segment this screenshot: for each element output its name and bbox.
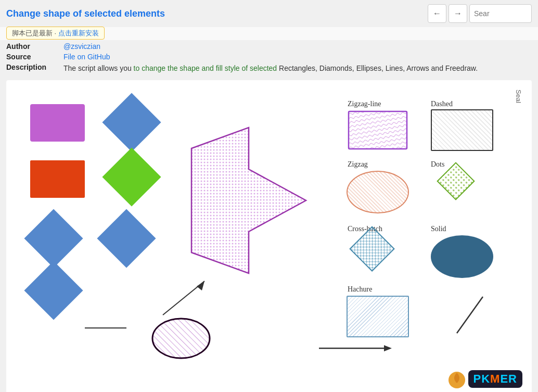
arrow-horizontal [316, 343, 394, 354]
description-text: The script allows you to change the shap… [63, 63, 532, 74]
shape-blue-diamond-1 [102, 93, 161, 151]
svg-rect-6 [349, 111, 407, 149]
shape-blue-diamond-3 [97, 209, 156, 268]
pkmer-text-bg: PKMER [468, 370, 522, 388]
dashed-label: Dashed [431, 100, 453, 108]
author-value: @zsviczian [63, 42, 532, 50]
reinstall-notice: 脚本已是最新 · 点击重新安装 [6, 27, 105, 40]
shape-large-arrow [181, 117, 316, 284]
svg-marker-14 [384, 345, 392, 351]
shape-orange-rect [30, 160, 85, 198]
top-bar: Change shape of selected elements ← → [0, 0, 538, 27]
description-label: Description [6, 63, 63, 74]
search-input[interactable] [469, 4, 532, 23]
source-label: Source [6, 53, 63, 61]
zigzag-shape [347, 171, 409, 213]
zigzag-line-label: Zigzag-line [348, 100, 381, 108]
svg-line-12 [457, 297, 483, 333]
pkmer-text: PKMER [473, 372, 517, 386]
shape-blue-diamond-4 [24, 261, 83, 320]
solid-label: Solid [431, 225, 446, 233]
nav-controls: ← → [428, 4, 532, 23]
back-button[interactable]: ← [428, 4, 446, 23]
page-title: Change shape of selected elements [6, 8, 165, 19]
shape-blue-diamond-2 [24, 209, 83, 268]
solid-shape [431, 235, 493, 278]
source-link[interactable]: File on GitHub [63, 53, 110, 61]
svg-point-3 [152, 319, 210, 358]
zigzag-line-shape [347, 109, 409, 151]
dashed-shape [431, 109, 493, 151]
pkmer-logo: PKMER [446, 369, 522, 389]
shape-green-diamond [102, 147, 161, 206]
hachure-shape [347, 296, 409, 337]
preview-image: Zigzag-line Dashed Zigzag Dots [15, 88, 523, 390]
crosshatch-shape [345, 233, 405, 285]
dots-shape [430, 166, 482, 218]
source-value: File on GitHub [63, 53, 532, 61]
hachure-label: Hachure [348, 285, 372, 294]
line-diagonal-right [452, 294, 488, 336]
svg-rect-8 [438, 163, 475, 200]
author-label: Author [6, 42, 63, 50]
svg-rect-11 [350, 227, 394, 271]
zigzag-label: Zigzag [348, 160, 368, 169]
author-link[interactable]: @zsviczian [63, 42, 100, 50]
notice-bar: 脚本已是最新 · 点击重新安装 [0, 27, 538, 40]
content-area: Zigzag-line Dashed Zigzag Dots [6, 80, 532, 392]
meta-section: Author @zsviczian Source File on GitHub … [0, 40, 538, 76]
seal-text: Seal [515, 90, 522, 103]
shape-blob-purple [147, 312, 215, 362]
forward-button[interactable]: → [449, 4, 467, 23]
reinstall-link[interactable]: 点击重新安装 [58, 29, 99, 37]
pkmer-icon [446, 369, 467, 389]
line-horizontal-bottom [82, 323, 129, 333]
shape-purple-rect [30, 104, 85, 142]
